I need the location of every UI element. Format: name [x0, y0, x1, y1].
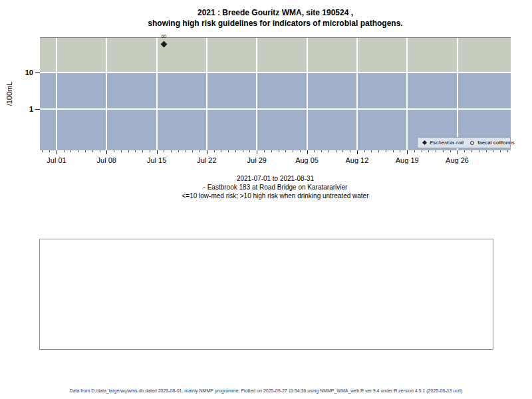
gridline-x	[356, 38, 358, 150]
x-axis-major-tick	[458, 150, 458, 154]
open-circle-icon	[470, 141, 474, 145]
x-axis-minor-tick	[243, 150, 243, 152]
x-axis-minor-tick	[507, 150, 508, 152]
caption-risk-guideline: <=10 low-med risk; >10 high risk when dr…	[40, 192, 511, 200]
y-axis-tick-label: 1	[9, 105, 33, 113]
x-axis-minor-tick	[192, 150, 193, 152]
x-axis-minor-tick	[92, 150, 93, 152]
x-axis-minor-tick	[314, 150, 315, 152]
x-axis-minor-tick	[364, 150, 365, 152]
x-axis-minor-tick	[350, 150, 350, 152]
x-axis-minor-tick	[393, 150, 394, 152]
x-axis-minor-tick	[342, 150, 343, 152]
x-axis-minor-tick	[422, 150, 422, 152]
x-axis-tick-label: Aug 19	[387, 156, 427, 164]
x-axis-tick-label: Jul 01	[37, 156, 76, 164]
x-axis-tick-label: Jul 22	[187, 156, 227, 164]
x-axis-minor-tick	[135, 150, 136, 152]
x-axis-major-tick	[257, 150, 257, 154]
chart-title-line1: 2021 : Breede Gouritz WMA, site 190524 ,	[40, 7, 511, 18]
x-axis-major-tick	[307, 150, 308, 154]
x-axis-minor-tick	[78, 150, 78, 152]
x-axis-minor-tick	[300, 150, 301, 152]
x-axis-tick-label: Jul 15	[137, 156, 177, 164]
gridline-x	[106, 38, 107, 150]
caption: 2021-07-01 to 2021-08-31 - Eastbrook 183…	[40, 174, 511, 200]
x-axis-minor-tick	[271, 150, 272, 152]
x-axis-minor-tick	[471, 150, 472, 152]
plot-area: Jul 01Jul 08Jul 15Jul 22Jul 29Aug 05Aug …	[40, 37, 511, 150]
x-axis-minor-tick	[228, 150, 229, 152]
x-axis-major-tick	[106, 150, 107, 154]
x-axis-minor-tick	[70, 150, 71, 152]
x-axis-major-tick	[157, 150, 158, 154]
x-axis-minor-tick	[479, 150, 479, 152]
legend-label-faecal-coliforms: faecal coliforms	[477, 140, 515, 146]
legend: Eschericia coli faecal coliforms	[417, 137, 511, 148]
x-axis-tick-label: Jul 08	[86, 156, 126, 164]
x-axis-minor-tick	[386, 150, 386, 152]
legend-label-ecoli: Eschericia coli	[430, 140, 464, 146]
data-point-label: 60	[155, 34, 172, 39]
x-axis-minor-tick	[49, 150, 50, 152]
x-axis-minor-tick	[128, 150, 129, 152]
x-axis-minor-tick	[321, 150, 322, 152]
x-axis-minor-tick	[186, 150, 186, 152]
x-axis-minor-tick	[121, 150, 122, 152]
x-axis-minor-tick	[200, 150, 200, 152]
footer-note: Data from D:/data_large/wq/wms.db dated …	[0, 388, 532, 393]
filled-diamond-icon	[422, 140, 427, 145]
x-axis-minor-tick	[414, 150, 415, 152]
y-axis-tick-label: 10	[9, 68, 33, 76]
x-axis-minor-tick	[264, 150, 265, 152]
caption-site-description: - Eastbrook 183 at Road Bridge on Karata…	[40, 183, 511, 192]
x-axis-minor-tick	[142, 150, 143, 152]
x-axis-minor-tick	[371, 150, 372, 152]
x-axis-minor-tick	[164, 150, 164, 152]
x-axis-minor-tick	[214, 150, 215, 152]
x-axis-minor-tick	[400, 150, 400, 152]
x-axis-minor-tick	[464, 150, 465, 152]
x-axis-minor-tick	[436, 150, 436, 152]
x-axis-minor-tick	[285, 150, 286, 152]
x-axis-major-tick	[207, 150, 207, 154]
x-axis-minor-tick	[42, 150, 43, 152]
x-axis-minor-tick	[428, 150, 429, 152]
y-axis-tick	[35, 72, 40, 73]
x-axis-minor-tick	[329, 150, 329, 152]
gridline-x	[206, 38, 207, 150]
gridline-x	[406, 38, 408, 150]
risk-band	[40, 38, 511, 72]
gridline-x	[457, 38, 458, 150]
x-axis-minor-tick	[235, 150, 236, 152]
gridline-x	[156, 38, 158, 150]
x-axis-minor-tick	[249, 150, 250, 152]
caption-date-range: 2021-07-01 to 2021-08-31	[40, 174, 511, 183]
x-axis-minor-tick	[100, 150, 100, 152]
x-axis-minor-tick	[443, 150, 444, 152]
x-axis-minor-tick	[221, 150, 221, 152]
x-axis-minor-tick	[85, 150, 86, 152]
gridline-x	[256, 38, 257, 150]
x-axis-minor-tick	[336, 150, 336, 152]
x-axis-tick-label: Jul 29	[237, 156, 277, 164]
x-axis-minor-tick	[486, 150, 487, 152]
x-axis-minor-tick	[171, 150, 172, 152]
gridline-x	[56, 38, 57, 150]
x-axis-tick-label: Aug 26	[438, 156, 477, 164]
x-axis-minor-tick	[378, 150, 379, 152]
gridline-x	[307, 38, 308, 150]
x-axis-minor-tick	[64, 150, 65, 152]
empty-panel	[39, 239, 493, 350]
gridline-y	[40, 72, 511, 73]
x-axis-minor-tick	[114, 150, 114, 152]
x-axis-tick-label: Aug 05	[287, 156, 327, 164]
x-axis-tick-label: Aug 12	[337, 156, 377, 164]
x-axis-major-tick	[407, 150, 408, 154]
x-axis-minor-tick	[150, 150, 150, 152]
y-axis-tick	[35, 109, 40, 110]
x-axis-minor-tick	[500, 150, 501, 152]
x-axis-minor-tick	[293, 150, 293, 152]
chart-title: 2021 : Breede Gouritz WMA, site 190524 ,…	[40, 7, 511, 29]
x-axis-major-tick	[357, 150, 358, 154]
